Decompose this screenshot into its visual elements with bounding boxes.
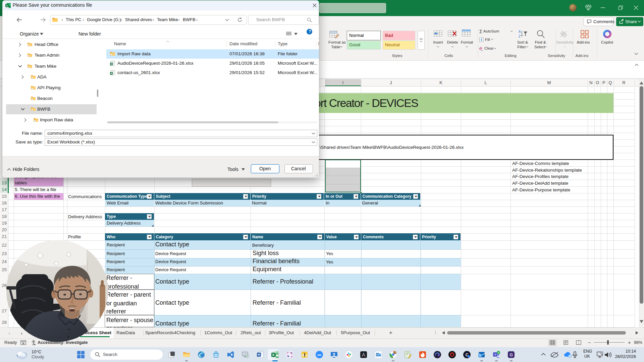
svg-text:A: A — [519, 30, 521, 34]
svg-text:T: T — [494, 353, 496, 356]
svg-text:Z: Z — [519, 35, 521, 38]
svg-text:zm: zm — [317, 353, 321, 357]
svg-text:G: G — [509, 353, 513, 357]
